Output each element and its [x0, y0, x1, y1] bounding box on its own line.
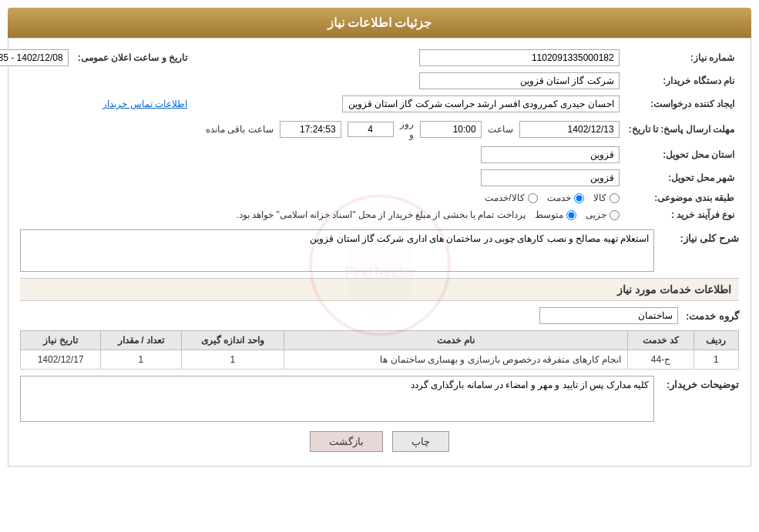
shahr-tahvil-row: شهر محل تحویل:: [0, 166, 739, 189]
shomara-niaz-input[interactable]: [419, 49, 620, 66]
rooz-label: روز و: [400, 119, 414, 140]
shahr-tahvil-input[interactable]: [481, 169, 620, 186]
shomara-niaz-label: شماره نیاز:: [624, 46, 739, 69]
nam-dasgah-label: نام دستگاه خریدار:: [624, 69, 739, 92]
group-khadamat-label: گروه خدمت:: [686, 310, 739, 322]
print-button[interactable]: چاپ: [392, 431, 449, 452]
buyer-notes-textarea[interactable]: کلیه مدارک پس از تایید و مهر و امضاء در …: [20, 376, 654, 422]
farayand-label: نوع فرآیند خرید :: [624, 206, 739, 223]
page-title: جزئیات اطلاعات نیاز: [327, 16, 432, 29]
nam-dasgah-input[interactable]: [419, 72, 620, 89]
group-khadamat-input[interactable]: [539, 307, 678, 324]
col-name: نام خدمت: [284, 331, 628, 350]
row-tedad: 1: [101, 350, 181, 370]
tabaqe-kala-khadamat-label[interactable]: کالا/خدمت: [485, 192, 537, 203]
group-khadamat-row: گروه خدمت:: [20, 307, 739, 324]
ijad-konande-label: ایجاد کننده درخواست:: [624, 92, 739, 115]
sharh-niaz-section: شرح کلی نیاز: استعلام تهیه مصالح و نصب ک…: [20, 229, 739, 272]
khadamat-section-header: اطلاعات خدمات مورد نیاز: [20, 278, 739, 301]
row-kod: ج-44: [628, 350, 694, 370]
saet-bagi-input[interactable]: [280, 121, 341, 138]
ostan-tahvil-input[interactable]: [481, 146, 620, 163]
col-tarikh: تاریخ نیاز: [21, 331, 101, 350]
row-name: انجام کارهای متفرقه درخصوص بازسازی و بهس…: [284, 350, 628, 370]
ostan-tahvil-row: استان محل تحویل:: [0, 143, 739, 166]
tabaqe-label: طبقه بندی موضوعی:: [624, 189, 739, 206]
shomara-niaz-row: شماره نیاز: تاریخ و ساعت اعلان عمومی:: [0, 46, 739, 69]
farayand-row: نوع فرآیند خرید : جزیی متوسط پرداخت تمام…: [0, 206, 739, 223]
tarikh-elan-input[interactable]: [0, 49, 69, 66]
farayand-jozi-radio[interactable]: [610, 210, 620, 220]
info-table: شماره نیاز: تاریخ و ساعت اعلان عمومی: نا…: [0, 46, 739, 223]
table-row: 1 ج-44 انجام کارهای متفرقه درخصوص بازساز…: [21, 350, 739, 370]
rooz-input[interactable]: [348, 122, 394, 137]
tabaqe-row: طبقه بندی موضوعی: کالا خدمت کالا/خدمت: [0, 189, 739, 206]
saet-input[interactable]: [420, 121, 482, 138]
main-content: شماره نیاز: تاریخ و ساعت اعلان عمومی: نا…: [8, 38, 751, 467]
ostan-tahvil-label: استان محل تحویل:: [624, 143, 739, 166]
services-table: ردیف کد خدمت نام خدمت واحد اندازه گیری ت…: [20, 330, 739, 370]
etelaat-tamas-link[interactable]: اطلاعات تماس خریدار: [102, 99, 187, 109]
col-kod: کد خدمت: [628, 331, 694, 350]
purchase-text: پرداخت تمام یا بخشی از مبلغ خریدار از مح…: [236, 209, 525, 220]
sharh-niaz-textarea[interactable]: استعلام تهیه مصالح و نصب کارهای چوبی در …: [20, 229, 654, 272]
farayand-jozi-label[interactable]: جزیی: [586, 209, 620, 220]
col-tedad: تعداد / مقدار: [101, 331, 181, 350]
back-button[interactable]: بازگشت: [310, 431, 383, 452]
page-header: جزئیات اطلاعات نیاز: [8, 8, 751, 38]
row-vahed: 1: [181, 350, 284, 370]
tabaqe-kala-label[interactable]: کالا: [593, 192, 620, 203]
row-tarikh: 1402/12/17: [21, 350, 101, 370]
farayand-motavasset-label[interactable]: متوسط: [535, 209, 576, 220]
tabaqe-kala-radio[interactable]: [610, 193, 620, 203]
tabaqe-kala-khadamat-radio[interactable]: [528, 193, 538, 203]
mohlat-ersal-label: مهلت ارسال پاسخ: تا تاریخ:: [624, 115, 739, 143]
page-wrapper: جزئیات اطلاعات نیاز شماره نیاز: تاریخ و …: [0, 0, 759, 532]
ijad-konande-input[interactable]: [342, 95, 620, 112]
shomara-niaz-value: [201, 46, 624, 69]
footer-buttons: چاپ بازگشت: [20, 431, 739, 452]
nam-dasgah-row: نام دستگاه خریدار:: [0, 69, 739, 92]
tarikh-elan-value: [0, 46, 73, 69]
buyer-notes-label: توضیحات خریدار:: [662, 376, 739, 390]
tarikh-pasokh-input[interactable]: [519, 121, 620, 138]
sharh-niaz-label: شرح کلی نیاز:: [662, 229, 739, 244]
saet-label: ساعت: [488, 124, 513, 135]
shahr-tahvil-label: شهر محل تحویل:: [624, 166, 739, 189]
mohlat-ersal-row: مهلت ارسال پاسخ: تا تاریخ: ساعت روز و سا…: [0, 115, 739, 143]
tarikh-elan-label: تاریخ و ساعت اعلان عمومی:: [73, 46, 192, 69]
col-radif: ردیف: [694, 331, 738, 350]
farayand-motavasset-radio[interactable]: [566, 210, 576, 220]
saet-bagi-label: ساعت باقی مانده: [206, 124, 274, 135]
tabaqe-khadamat-radio[interactable]: [574, 193, 584, 203]
tabaqe-khadamat-label[interactable]: خدمت: [547, 192, 584, 203]
ijad-konande-row: ایجاد کننده درخواست: اطلاعات تماس خریدار: [0, 92, 739, 115]
buyer-notes-section: توضیحات خریدار: کلیه مدارک پس از تایید و…: [20, 376, 739, 422]
col-vahed: واحد اندازه گیری: [181, 331, 284, 350]
row-radif: 1: [694, 350, 738, 370]
